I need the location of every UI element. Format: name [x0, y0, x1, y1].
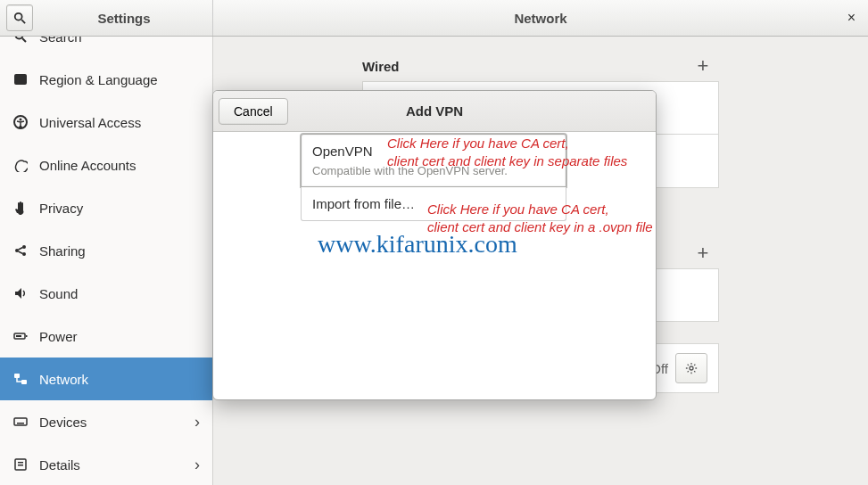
- svg-rect-12: [16, 335, 21, 337]
- sidebar-item-label: Online Accounts: [39, 158, 136, 173]
- svg-point-0: [15, 13, 22, 21]
- annotation-openvpn: Click Here if you have CA cert, client c…: [387, 135, 627, 170]
- chevron-right-icon: ›: [194, 413, 200, 432]
- search-button[interactable]: [6, 4, 33, 31]
- svg-rect-13: [14, 374, 20, 378]
- svg-line-3: [22, 38, 26, 42]
- battery-icon: [12, 329, 29, 343]
- network-icon: [12, 372, 29, 386]
- cloud-icon: [12, 158, 29, 172]
- svg-rect-19: [18, 464, 23, 466]
- speaker-icon: [12, 286, 29, 300]
- details-icon: [12, 457, 29, 472]
- sidebar-item-label: Details: [39, 457, 80, 473]
- sidebar-item-label: Region & Language: [39, 72, 158, 87]
- sidebar-item-region[interactable]: Region & Language: [0, 58, 212, 101]
- svg-point-6: [20, 119, 22, 121]
- cancel-button[interactable]: Cancel: [219, 98, 288, 125]
- sidebar-item-details[interactable]: Details ›: [0, 443, 212, 485]
- sidebar-item-privacy[interactable]: Privacy: [0, 186, 212, 229]
- header-right: Network ×: [213, 0, 868, 36]
- gear-button[interactable]: [675, 353, 707, 383]
- sidebar-item-label: Devices: [39, 415, 87, 430]
- keyboard-icon: [12, 415, 29, 429]
- wired-title: Wired: [362, 59, 400, 74]
- svg-point-22: [690, 366, 693, 370]
- svg-rect-16: [17, 423, 24, 424]
- svg-point-9: [22, 252, 26, 256]
- add-wired-button[interactable]: +: [694, 54, 712, 78]
- header-left: Settings: [0, 0, 213, 36]
- flag-icon: [12, 72, 29, 86]
- sidebar-item-devices[interactable]: Devices ›: [0, 400, 212, 443]
- search-icon: [12, 37, 29, 44]
- sidebar-item-sound[interactable]: Sound: [0, 272, 212, 315]
- svg-line-1: [21, 20, 25, 23]
- svg-rect-11: [26, 335, 28, 337]
- sidebar-item-label: Privacy: [39, 201, 83, 216]
- sidebar-header-title: Settings: [36, 11, 212, 26]
- sidebar-item-search[interactable]: Search: [0, 37, 212, 58]
- svg-point-8: [22, 245, 26, 249]
- sidebar-item-label: Network: [39, 372, 88, 387]
- hand-icon: [12, 201, 29, 215]
- page-title: Network: [213, 11, 868, 26]
- sidebar: Search Region & Language Universal Acces…: [0, 37, 213, 485]
- close-button[interactable]: ×: [847, 10, 856, 26]
- chevron-right-icon: ›: [194, 456, 200, 474]
- sidebar-item-network[interactable]: Network: [0, 358, 212, 400]
- watermark: www.kifarunix.com: [318, 230, 517, 259]
- svg-rect-14: [21, 380, 27, 384]
- svg-point-2: [16, 37, 23, 39]
- search-icon: [13, 12, 26, 24]
- sidebar-item-label: Search: [39, 37, 82, 45]
- window-header: Settings Network ×: [0, 0, 868, 37]
- sidebar-item-power[interactable]: Power: [0, 315, 212, 358]
- sidebar-item-label: Power: [39, 329, 78, 344]
- accessibility-icon: [12, 115, 29, 129]
- sidebar-item-sharing[interactable]: Sharing: [0, 229, 212, 272]
- sidebar-item-label: Sound: [39, 286, 78, 301]
- add-vpn-button[interactable]: +: [694, 242, 712, 265]
- sidebar-item-universal-access[interactable]: Universal Access: [0, 101, 212, 144]
- sidebar-item-online-accounts[interactable]: Online Accounts: [0, 144, 212, 186]
- sidebar-item-label: Universal Access: [39, 115, 141, 130]
- svg-rect-18: [18, 462, 23, 464]
- gear-icon: [685, 362, 698, 374]
- sidebar-item-label: Sharing: [39, 243, 86, 259]
- wired-section-head: Wired +: [362, 54, 719, 78]
- svg-rect-4: [14, 74, 27, 85]
- dialog-header: Cancel Add VPN: [213, 91, 656, 132]
- svg-rect-15: [14, 418, 27, 425]
- share-icon: [12, 243, 29, 258]
